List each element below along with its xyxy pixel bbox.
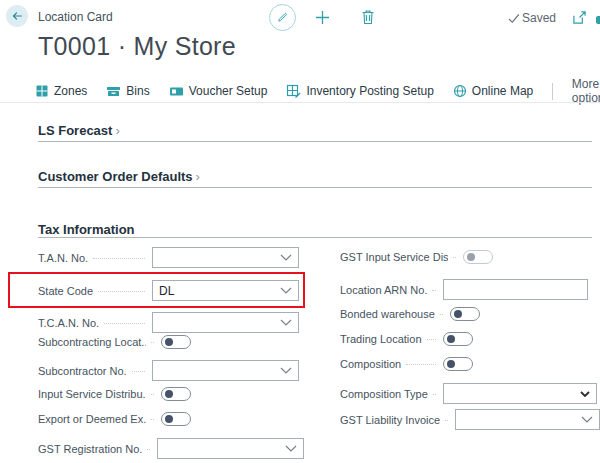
dotted-leader bbox=[104, 323, 145, 324]
back-arrow-icon bbox=[10, 9, 24, 23]
field-row-gst-registration-no: GST Registration No. bbox=[38, 437, 299, 460]
field-row-subcontractor-no: Subcontractor No. bbox=[38, 359, 299, 382]
new-button[interactable] bbox=[314, 9, 330, 25]
chevron-down-icon bbox=[285, 445, 297, 452]
toolbar-separator bbox=[552, 83, 553, 100]
online-map-icon bbox=[453, 84, 467, 98]
field-row-location-arn-no: Location ARN No. bbox=[340, 278, 588, 301]
toggle-cell bbox=[443, 357, 588, 371]
field-row-export-or-deemed-export: Export or Deemed Ex... bbox=[38, 407, 299, 430]
subcontractor-no-combobox[interactable] bbox=[152, 360, 299, 381]
chevron-down-icon bbox=[580, 391, 590, 397]
action-bins[interactable]: Bins bbox=[106, 84, 149, 98]
saved-label: Saved bbox=[522, 11, 556, 25]
dotted-leader bbox=[432, 290, 436, 291]
toggle-cell bbox=[443, 332, 588, 346]
chevron-down-icon bbox=[280, 319, 292, 326]
dotted-leader bbox=[132, 371, 145, 372]
field-row-trading-location: Trading Location bbox=[340, 327, 588, 350]
action-label: Voucher Setup bbox=[189, 84, 268, 98]
field-row-gst-liability-invoice: GST Liability Invoice bbox=[340, 408, 588, 431]
location-arn-no-input[interactable] bbox=[443, 279, 588, 300]
export-or-deemed-export-toggle[interactable] bbox=[161, 412, 191, 426]
more-options-button[interactable]: More options bbox=[572, 77, 600, 105]
field-label: Subcontractor No. bbox=[38, 365, 127, 377]
location-card-page: Location Card Saved T0001 · My Store bbox=[0, 0, 600, 463]
field-label: Location ARN No. bbox=[340, 284, 427, 296]
section-title: Tax Information bbox=[38, 222, 135, 237]
tan-no-combobox[interactable] bbox=[152, 247, 299, 268]
field-row-subcontracting-location: Subcontracting Locat... bbox=[38, 330, 299, 353]
toggle-cell bbox=[161, 412, 308, 426]
composition-type-select[interactable] bbox=[443, 383, 597, 404]
gst-registration-no-combobox[interactable] bbox=[157, 438, 304, 459]
field-row-state-code: State Code DL bbox=[38, 279, 299, 302]
gst-liability-invoice-combobox[interactable] bbox=[455, 409, 600, 430]
dotted-leader bbox=[427, 339, 436, 340]
dotted-leader bbox=[406, 364, 436, 365]
field-label: Bonded warehouse bbox=[340, 308, 435, 320]
input-service-distributor-toggle[interactable] bbox=[161, 387, 191, 401]
field-label: T.A.N. No. bbox=[38, 252, 88, 264]
toggle-cell bbox=[463, 250, 600, 264]
trading-location-toggle[interactable] bbox=[443, 332, 473, 346]
state-code-combobox[interactable]: DL bbox=[152, 280, 299, 301]
back-button[interactable] bbox=[6, 5, 28, 27]
pencil-icon bbox=[276, 11, 289, 24]
breadcrumb: Location Card bbox=[38, 10, 113, 24]
toggle-knob bbox=[454, 310, 462, 318]
gst-input-service-distribution-toggle[interactable] bbox=[463, 250, 493, 264]
section-ls-forecast[interactable]: LS Forecast› bbox=[38, 121, 592, 142]
open-in-new-window-button[interactable] bbox=[571, 10, 587, 25]
field-label: GST Input Service Dis... bbox=[340, 251, 448, 263]
check-icon bbox=[508, 13, 520, 24]
delete-button[interactable] bbox=[360, 8, 376, 25]
bins-icon bbox=[106, 84, 121, 98]
dotted-leader bbox=[98, 291, 145, 292]
dotted-leader bbox=[453, 257, 456, 258]
clipped-edge-icon[interactable] bbox=[596, 16, 600, 24]
subcontracting-location-toggle[interactable] bbox=[161, 335, 191, 349]
trash-icon bbox=[361, 9, 375, 25]
action-online-map[interactable]: Online Map bbox=[453, 84, 533, 98]
field-label: Composition bbox=[340, 358, 401, 370]
dotted-leader bbox=[433, 394, 436, 395]
toggle-knob bbox=[447, 335, 455, 343]
dotted-leader bbox=[151, 394, 154, 395]
field-row-tan-no: T.A.N. No. bbox=[38, 246, 299, 269]
action-voucher-setup[interactable]: Voucher Setup bbox=[169, 84, 268, 98]
chevron-right-icon: › bbox=[115, 123, 119, 138]
chevron-down-icon bbox=[581, 416, 593, 423]
dotted-leader bbox=[151, 419, 154, 420]
toggle-knob bbox=[447, 360, 455, 368]
section-tax-information[interactable]: Tax Information bbox=[38, 220, 592, 238]
action-label: Bins bbox=[126, 84, 149, 98]
action-inventory-posting-setup[interactable]: Inventory Posting Setup bbox=[286, 84, 433, 98]
open-in-new-window-icon bbox=[572, 11, 587, 25]
toggle-knob bbox=[165, 415, 173, 423]
toggle-knob bbox=[165, 390, 173, 398]
field-row-composition: Composition bbox=[340, 352, 588, 375]
toggle-cell bbox=[161, 335, 308, 349]
section-title: LS Forecast bbox=[38, 123, 112, 138]
toggle-knob bbox=[467, 253, 475, 261]
chevron-down-icon bbox=[280, 287, 292, 294]
plus-icon bbox=[315, 10, 330, 25]
action-zones[interactable]: Zones bbox=[35, 84, 87, 98]
field-label: T.C.A.N. No. bbox=[38, 317, 99, 329]
field-label: GST Registration No. bbox=[38, 443, 142, 455]
dotted-leader bbox=[147, 449, 150, 450]
edit-button[interactable] bbox=[269, 4, 296, 31]
dotted-leader bbox=[440, 314, 443, 315]
toolbar-divider bbox=[0, 102, 600, 103]
dotted-leader bbox=[93, 258, 145, 259]
bonded-warehouse-toggle[interactable] bbox=[450, 307, 480, 321]
zones-icon bbox=[35, 84, 49, 98]
chevron-down-icon bbox=[280, 367, 292, 374]
field-label: Input Service Distribu... bbox=[38, 388, 146, 400]
section-customer-order-defaults[interactable]: Customer Order Defaults› bbox=[38, 167, 592, 188]
voucher-setup-icon bbox=[169, 84, 184, 98]
composition-toggle[interactable] bbox=[443, 357, 473, 371]
field-label: Export or Deemed Ex... bbox=[38, 413, 146, 425]
field-label: Subcontracting Locat... bbox=[38, 336, 146, 348]
